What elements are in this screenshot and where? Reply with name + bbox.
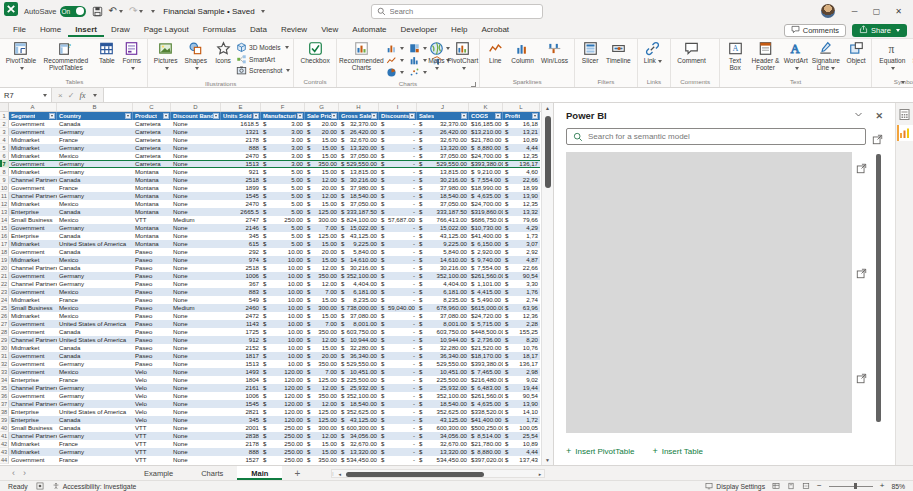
- cell[interactable]: $7,465.00: [469, 368, 503, 376]
- cell[interactable]: Germany: [57, 128, 133, 136]
- cell[interactable]: Montana: [133, 200, 171, 208]
- cell[interactable]: 2146: [221, 224, 261, 232]
- cell[interactable]: Carretera: [133, 160, 171, 168]
- cell[interactable]: Small Business: [9, 304, 57, 312]
- cell[interactable]: $120.00: [261, 384, 305, 392]
- horizontal-scrollbar[interactable]: ⁞ ◂ ▸: [331, 469, 545, 478]
- sheet-tab-main[interactable]: Main: [237, 466, 282, 480]
- cell[interactable]: $8,235.00: [339, 296, 379, 304]
- cell[interactable]: $136,17: [503, 360, 540, 368]
- cell[interactable]: $32,370.00: [339, 120, 379, 128]
- cell[interactable]: $15.00: [305, 152, 339, 160]
- filter-icon[interactable]: [213, 113, 219, 119]
- cell[interactable]: $15,022.00: [417, 224, 469, 232]
- cell[interactable]: Canada: [57, 352, 133, 360]
- cell[interactable]: $3.00: [261, 136, 305, 144]
- zoom-in-button[interactable]: +: [880, 482, 885, 490]
- cell[interactable]: $1,101.00: [469, 280, 503, 288]
- cell[interactable]: $352,625.00: [417, 408, 469, 416]
- cell[interactable]: Carretera: [133, 144, 171, 152]
- cell[interactable]: Canada: [57, 328, 133, 336]
- cell[interactable]: $6,150.00: [469, 240, 503, 248]
- cell[interactable]: $10,944.00: [339, 336, 379, 344]
- cell[interactable]: Paseo: [133, 344, 171, 352]
- sheet-tab-example[interactable]: Example: [130, 466, 187, 480]
- row-header[interactable]: 9: [0, 176, 9, 184]
- minimize-button[interactable]: ─: [844, 3, 865, 20]
- cell[interactable]: $529,550.00: [339, 360, 379, 368]
- cell[interactable]: $-: [379, 256, 417, 264]
- cell[interactable]: Carretera: [133, 136, 171, 144]
- cell[interactable]: $10.00: [261, 344, 305, 352]
- cell[interactable]: $603,750.00: [417, 328, 469, 336]
- analyze-data-pane-icon[interactable]: [897, 106, 913, 122]
- filter-icon[interactable]: [371, 113, 377, 119]
- page-layout-view-icon[interactable]: [787, 482, 795, 490]
- cell[interactable]: Midmarket: [9, 440, 57, 448]
- popout-icon[interactable]: [856, 265, 867, 276]
- row-header[interactable]: 26: [0, 312, 9, 320]
- cell[interactable]: $4,44: [503, 144, 540, 152]
- cell[interactable]: 921: [221, 168, 261, 176]
- ribbon-equation-button[interactable]: πEquation: [875, 40, 909, 73]
- name-box[interactable]: R7: [0, 88, 52, 102]
- column-header-cogs[interactable]: COGS: [469, 112, 503, 120]
- previous-sheet-icon[interactable]: ‹: [8, 469, 19, 478]
- zoom-out-button[interactable]: −: [817, 482, 822, 490]
- cell[interactable]: 1513: [221, 160, 261, 168]
- cell[interactable]: Government: [9, 272, 57, 280]
- autosave-toggle[interactable]: On: [60, 6, 86, 17]
- close-button[interactable]: ✕: [888, 3, 909, 20]
- cell[interactable]: Germany: [57, 224, 133, 232]
- cell[interactable]: Canada: [57, 176, 133, 184]
- cell[interactable]: $26,420.00: [339, 128, 379, 136]
- cell[interactable]: None: [171, 376, 221, 384]
- cell[interactable]: VTT: [133, 456, 171, 464]
- filter-icon[interactable]: [331, 113, 337, 119]
- scroll-down-icon[interactable]: ▼: [545, 455, 550, 465]
- cell[interactable]: $21,780.00: [469, 136, 503, 144]
- cell[interactable]: $-: [379, 448, 417, 456]
- cell[interactable]: $59,040.00: [379, 304, 417, 312]
- cell[interactable]: $333,187.50: [339, 208, 379, 216]
- row-header[interactable]: 28: [0, 328, 9, 336]
- cell[interactable]: $-: [379, 312, 417, 320]
- cell[interactable]: $-: [379, 416, 417, 424]
- cancel-icon[interactable]: ×: [58, 91, 63, 100]
- menu-tab-help[interactable]: Help: [444, 23, 474, 37]
- cell[interactable]: $15.00: [305, 312, 339, 320]
- row-header[interactable]: 29: [0, 336, 9, 344]
- cell[interactable]: $250.00: [261, 456, 305, 464]
- cell[interactable]: $10,730.00: [469, 224, 503, 232]
- cell[interactable]: 1493: [221, 368, 261, 376]
- cell[interactable]: None: [171, 120, 221, 128]
- cell[interactable]: $-: [379, 288, 417, 296]
- page-break-view-icon[interactable]: [802, 482, 810, 490]
- cell[interactable]: $534,450.00: [417, 456, 469, 464]
- cell[interactable]: Canada: [57, 208, 133, 216]
- menu-tab-data[interactable]: Data: [243, 23, 274, 37]
- ribbon-shapes-button[interactable]: Shapes: [182, 40, 211, 73]
- ribbon-pivotchart-button[interactable]: PivotChart: [449, 40, 476, 73]
- cell[interactable]: Paseo: [133, 256, 171, 264]
- cell[interactable]: 1545: [221, 192, 261, 200]
- ribbon-win-loss-button[interactable]: Win/Loss: [538, 40, 571, 65]
- cell[interactable]: 2747: [221, 216, 261, 224]
- sheet-tab-charts[interactable]: Charts: [187, 466, 237, 480]
- cell[interactable]: $1,76: [503, 288, 540, 296]
- cell[interactable]: Velo: [133, 368, 171, 376]
- ribbon-maps-button[interactable]: Maps: [424, 40, 448, 73]
- cell[interactable]: $100,05: [503, 424, 540, 432]
- menu-tab-automate[interactable]: Automate: [345, 23, 393, 37]
- cell[interactable]: 345: [221, 232, 261, 240]
- cell[interactable]: None: [171, 184, 221, 192]
- cell[interactable]: Channel Partners: [9, 432, 57, 440]
- cell[interactable]: $250.00: [261, 216, 305, 224]
- row-header[interactable]: 18: [0, 248, 9, 256]
- cell[interactable]: VTT: [133, 424, 171, 432]
- cell[interactable]: 2821: [221, 408, 261, 416]
- ribbon-insert-column-chart-icon-button[interactable]: [385, 42, 405, 54]
- app-search-box[interactable]: [371, 4, 543, 19]
- row-header[interactable]: 24: [0, 296, 9, 304]
- cell[interactable]: Velo: [133, 392, 171, 400]
